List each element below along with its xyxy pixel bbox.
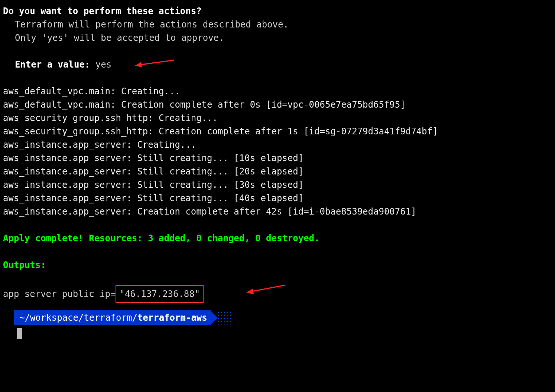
svg-line-0 <box>139 60 174 65</box>
output-value-highlight-box: "46.137.236.88" <box>116 285 204 303</box>
confirm-prompt-desc-2: Only 'yes' will be accepted to approve. <box>3 31 552 45</box>
red-arrow-icon <box>133 56 178 71</box>
svg-line-2 <box>250 285 285 292</box>
terraform-log-line: aws_default_vpc.main: Creating... <box>3 85 552 98</box>
red-arrow-icon <box>244 282 289 297</box>
shell-prompt[interactable]: ~/workspace/terraform/terraform-aws <box>14 310 232 325</box>
terraform-log-line: aws_instance.app_server: Still creating.… <box>3 165 552 178</box>
svg-marker-3 <box>246 288 254 294</box>
terraform-log-line: aws_instance.app_server: Still creating.… <box>3 151 552 165</box>
terraform-log-line: aws_instance.app_server: Creating... <box>3 138 552 151</box>
svg-marker-1 <box>135 62 142 67</box>
terraform-log-line: aws_security_group.ssh_http: Creation co… <box>3 125 552 138</box>
terraform-log-line: aws_default_vpc.main: Creation complete … <box>3 98 552 111</box>
terraform-log-line: aws_instance.app_server: Still creating.… <box>3 178 552 192</box>
terraform-log-line: aws_instance.app_server: Creation comple… <box>3 205 552 218</box>
enter-value-row: Enter a value: yes <box>3 58 552 71</box>
outputs-heading: Outputs: <box>3 258 552 272</box>
confirm-prompt-desc-1: Terraform will perform the actions descr… <box>3 18 552 31</box>
command-input-line[interactable] <box>10 327 552 341</box>
prompt-path-leaf: terraform-aws <box>137 313 207 323</box>
enter-value-label: Enter a value: <box>15 59 90 70</box>
terraform-log-line: aws_security_group.ssh_http: Creating... <box>3 111 552 125</box>
prompt-path-prefix: ~/workspace/terraform/ <box>19 313 137 323</box>
output-equals: = <box>110 287 116 301</box>
apply-complete-message: Apply complete! Resources: 3 added, 0 ch… <box>3 232 552 245</box>
terraform-log-line: aws_instance.app_server: Still creating.… <box>3 192 552 205</box>
enter-value-input[interactable]: yes <box>95 59 111 70</box>
cursor-icon <box>17 328 22 339</box>
output-row: app_server_public_ip = "46.137.236.88" <box>3 285 552 303</box>
confirm-prompt-question: Do you want to perform these actions? <box>3 4 552 18</box>
output-key: app_server_public_ip <box>3 287 110 301</box>
prompt-dither-decoration <box>217 311 232 324</box>
